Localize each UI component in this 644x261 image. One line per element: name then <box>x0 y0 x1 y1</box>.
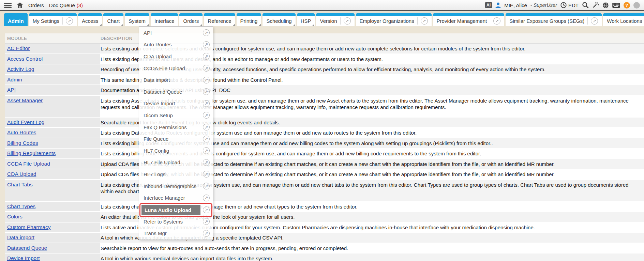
module-link[interactable]: Custom Pharmacy <box>7 224 50 230</box>
menu-item[interactable]: HL7 Logs <box>139 168 213 180</box>
menu-item[interactable]: CDA Upload <box>139 50 213 62</box>
open-in-new-icon[interactable] <box>203 136 210 142</box>
menu-item[interactable]: HL7 Config <box>139 145 213 157</box>
tab[interactable]: Orders <box>179 13 203 26</box>
tab[interactable]: HSP <box>297 13 315 26</box>
open-in-new-icon[interactable] <box>203 112 210 119</box>
open-in-new-icon[interactable] <box>203 88 210 95</box>
menu-item[interactable]: HL7 File Upload <box>139 157 213 169</box>
module-link[interactable]: Colors <box>7 214 23 219</box>
open-in-new-icon[interactable] <box>203 159 210 166</box>
menu-item[interactable]: Fax Q Permissions <box>139 121 213 133</box>
hamburger-menu-icon[interactable] <box>4 3 12 8</box>
timezone-button[interactable]: EDT <box>560 2 579 8</box>
module-link[interactable]: Billing Codes <box>7 140 38 146</box>
menu-item[interactable]: File Queue <box>139 133 213 145</box>
avatar-placeholder[interactable] <box>633 2 640 9</box>
table-row: Custom Pharmacy Lists active and inactiv… <box>5 222 644 233</box>
open-in-new-icon[interactable] <box>203 171 210 178</box>
ai-badge[interactable]: AI <box>485 2 492 8</box>
menu-item[interactable]: Data import <box>139 74 213 86</box>
user-icon[interactable] <box>495 2 501 8</box>
tab[interactable]: My Settings <box>29 13 77 26</box>
open-in-new-icon[interactable] <box>203 218 210 225</box>
table-row: Access Control Lists existing department… <box>5 54 644 65</box>
search-icon[interactable] <box>582 2 589 9</box>
module-link[interactable]: Device Import <box>7 255 40 261</box>
menu-item[interactable]: Device Import <box>139 98 213 110</box>
tab-label: System <box>129 18 146 24</box>
module-link[interactable]: API <box>7 87 16 93</box>
tab[interactable]: Interface <box>151 13 178 26</box>
module-column-header: MODULE <box>5 36 100 41</box>
table-row: CDA Upload Upload CDA files here directl… <box>5 169 644 180</box>
module-link[interactable]: Billing Requirements <box>7 150 56 156</box>
module-link[interactable]: Datasend Queue <box>7 245 47 251</box>
open-in-new-icon[interactable] <box>203 65 210 72</box>
tab[interactable]: Printing <box>237 13 261 26</box>
module-link[interactable]: CDA Upload <box>7 171 36 177</box>
open-in-new-icon[interactable] <box>203 124 210 130</box>
help-icon[interactable]: ? <box>624 2 630 9</box>
module-link[interactable]: Admin <box>7 77 22 82</box>
home-icon[interactable] <box>17 2 23 8</box>
menu-item[interactable]: Interface Manager <box>139 192 213 204</box>
open-in-new-icon[interactable] <box>66 17 73 25</box>
open-in-new-icon[interactable] <box>421 17 428 25</box>
menu-item[interactable]: Datasend Queue <box>139 86 213 98</box>
module-link[interactable]: Asset Manager <box>7 97 43 103</box>
open-in-new-icon[interactable] <box>203 230 210 237</box>
menu-item[interactable]: Luna Audio Upload <box>139 203 212 217</box>
open-in-new-icon[interactable] <box>203 147 210 154</box>
open-in-new-icon[interactable] <box>203 29 210 36</box>
menu-item[interactable]: CCDA File Upload <box>139 62 213 74</box>
open-in-new-icon[interactable] <box>203 100 210 107</box>
open-in-new-icon[interactable] <box>203 206 210 213</box>
nav-orders-link[interactable]: Orders <box>28 2 44 8</box>
module-link[interactable]: Chart Types <box>7 203 35 209</box>
keyboard-icon[interactable] <box>612 3 620 8</box>
menu-item[interactable]: Trans Mgr <box>139 228 213 240</box>
menu-item[interactable]: Auto Routes <box>139 39 213 51</box>
tab[interactable]: Chart <box>103 13 123 26</box>
module-link[interactable]: Data import <box>7 234 34 240</box>
tab[interactable]: Similar Exposure Groups (SEGs) <box>506 13 602 26</box>
tab[interactable]: Employer Organizations <box>356 13 432 26</box>
tab[interactable]: Access <box>78 13 102 26</box>
open-in-new-icon[interactable] <box>493 17 500 25</box>
open-in-new-icon[interactable] <box>203 183 210 189</box>
tab[interactable]: Provider Management <box>433 13 505 26</box>
open-in-new-icon[interactable] <box>203 77 210 83</box>
module-link[interactable]: Access Control <box>7 56 43 62</box>
menu-item[interactable]: Dicom Setup <box>139 109 213 121</box>
open-in-new-icon[interactable] <box>203 195 210 201</box>
module-link[interactable]: Auto Routes <box>7 129 36 135</box>
menu-item[interactable]: Refer to Systems <box>139 216 213 228</box>
module-link[interactable]: Chart Tabs <box>7 182 33 187</box>
magic-wand-icon[interactable] <box>592 2 599 9</box>
submenu-fold-icon <box>147 24 149 26</box>
tab[interactable]: Reference <box>204 13 235 26</box>
tab-label: My Settings <box>33 18 59 24</box>
module-link[interactable]: AC Editor <box>7 45 30 51</box>
nav-doc-queue-link[interactable]: Doc Queue (3) <box>49 2 83 8</box>
menu-item[interactable]: Inbound Demographics <box>139 180 213 192</box>
tab[interactable]: Scheduling <box>263 13 295 26</box>
menu-item-label: Refer to Systems <box>144 219 203 225</box>
open-in-new-icon[interactable] <box>203 41 210 48</box>
open-in-new-icon[interactable] <box>344 17 351 25</box>
table-row: Colors An editor that allows the colors … <box>5 212 644 222</box>
open-in-new-icon[interactable] <box>591 17 598 25</box>
module-link[interactable]: Audit Event Log <box>7 119 44 125</box>
tab[interactable]: Work Locations <box>603 13 644 26</box>
submenu-fold-icon <box>293 24 295 26</box>
open-in-new-icon[interactable] <box>203 53 210 60</box>
globe-icon[interactable] <box>602 2 609 9</box>
tab-label: Interface <box>154 18 174 24</box>
module-link[interactable]: CCDA File Upload <box>7 161 50 167</box>
tab[interactable]: System <box>125 13 149 26</box>
menu-item[interactable]: API <box>139 27 213 39</box>
tab[interactable]: Admin <box>4 13 28 26</box>
module-link[interactable]: Activity Log <box>7 66 34 72</box>
tab[interactable]: Version <box>316 13 354 26</box>
